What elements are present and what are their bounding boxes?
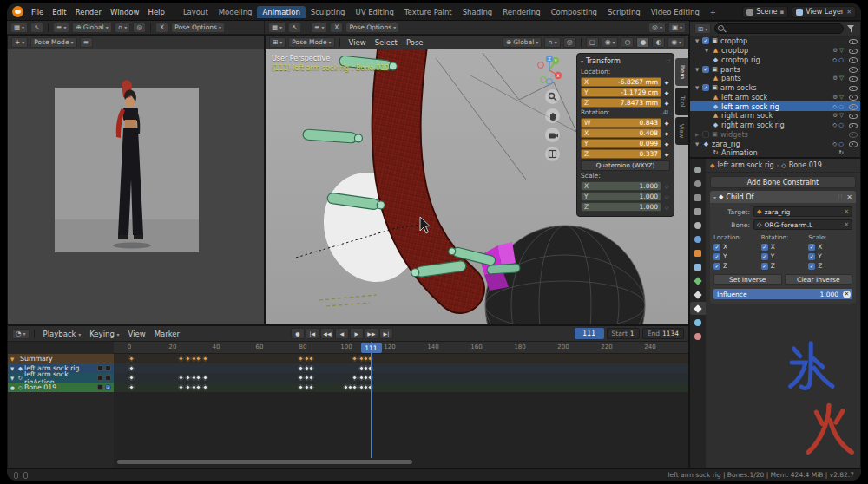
keyframe-decorator-icon[interactable]: ◆ [663, 100, 670, 106]
properties-tab-material[interactable] [690, 330, 706, 343]
constraint-rotation--y-checkbox[interactable]: ✓Y [761, 252, 806, 260]
properties-tab-scene[interactable] [690, 219, 706, 232]
workspace-tab-shading[interactable]: Shading [457, 6, 498, 18]
constraint-close-icon[interactable]: ✕ [846, 193, 852, 201]
transform-loc-z[interactable]: Z7.8473 mm [581, 98, 661, 108]
transform-rot-z[interactable]: Z0.337 [581, 149, 661, 159]
visibility-eye-icon[interactable] [848, 36, 858, 45]
main-viewport[interactable]: ⊞▾ Pose Mode▾ ViewSelectPose ⊕ Global▾ ∩… [265, 35, 689, 325]
camera-viewport[interactable]: +▾ Pose Mode▾ ≡ [7, 35, 265, 325]
bone-field[interactable]: ◇ ORG-forearm.L ✕ [753, 219, 852, 230]
workspace-tab-video-editing[interactable]: Video Editing [646, 6, 705, 18]
visibility-eye-icon[interactable] [848, 121, 858, 129]
keyframe-decorator-icon[interactable]: ◆ [663, 130, 670, 136]
orientation-dropdown[interactable]: ⊕ Global▾ [72, 23, 111, 33]
properties-tab-bone-constraint[interactable] [690, 302, 706, 315]
visibility-eye-icon[interactable] [848, 65, 858, 74]
properties-tab-output[interactable] [690, 191, 706, 204]
prev-keyframe-button[interactable]: ◀◀ [320, 328, 334, 339]
visibility-eye-icon[interactable] [848, 130, 858, 139]
keyframe-decorator-icon[interactable]: ◇ [663, 193, 670, 199]
viewport-menu-select[interactable]: Select [371, 37, 402, 48]
snap-magnet-icon[interactable]: ∩▾ [544, 37, 561, 48]
workspace-tab-layout[interactable]: Layout [178, 6, 214, 18]
transform-rot-y[interactable]: Y0.099 [581, 139, 661, 148]
disclosure-arrow-icon[interactable]: ▼ [10, 376, 16, 381]
transform-scale-y[interactable]: Y1.000 [581, 192, 661, 201]
zoom-button[interactable] [545, 89, 560, 104]
clear-keyframe-decorator[interactable]: ✕ [843, 291, 851, 298]
jump-start-button[interactable]: |◀ [306, 328, 319, 339]
channel-toggle-dot[interactable] [105, 375, 111, 381]
workspace-tab-scripting[interactable]: Scripting [602, 6, 646, 18]
transform-rot-x[interactable]: X0.408 [581, 128, 661, 138]
disclosure-arrow-icon[interactable]: ▶ [694, 132, 700, 137]
channel-bone-019[interactable]: ●◇Bone.019✓ [8, 383, 114, 392]
jump-end-button[interactable]: ▶| [379, 328, 393, 339]
disclosure-arrow-icon[interactable]: ▼ [10, 366, 16, 371]
timeline-ruler[interactable]: 020406080100120140160180200220240 [114, 342, 688, 354]
transform-loc-y[interactable]: Y-1.1729 cm [581, 88, 661, 97]
tool-options-icon[interactable]: ≡▾ [53, 23, 69, 33]
constraint-scale--z-checkbox[interactable]: ✓Z [808, 262, 852, 270]
properties-tab-bone[interactable] [690, 288, 706, 301]
sidebar-tab-item[interactable]: Item [675, 58, 688, 86]
active-tool-icon[interactable]: ↖ [30, 23, 43, 33]
play-button[interactable]: ▶ [350, 328, 364, 339]
set-inverse-button[interactable]: Set Inverse [713, 274, 782, 285]
menu-render[interactable]: Render [71, 7, 106, 17]
workspace-tab-animation[interactable]: Animation [257, 6, 305, 18]
editor-type-icon[interactable]: +▾ [11, 37, 28, 48]
left-viewport-scene[interactable] [8, 49, 264, 324]
channel-toggle-gear[interactable] [97, 384, 103, 390]
visibility-eye-icon[interactable] [848, 111, 858, 120]
shading-rendered-icon[interactable]: ◉▾ [667, 37, 685, 48]
orientation-dropdown[interactable]: ⊕ Global▾ [503, 37, 542, 48]
visibility-eye-icon[interactable] [848, 83, 858, 92]
visibility-eye-icon[interactable] [848, 46, 858, 55]
viewport-menu-view[interactable]: View [345, 37, 371, 48]
disclosure-arrow-icon[interactable]: ▼ [694, 141, 700, 147]
outliner-row-croptop-rig[interactable]: ◆croptop rig◇○ [690, 56, 860, 65]
outliner-row-arm-socks[interactable]: ▼✓▣arm socks [690, 83, 860, 93]
keyframe-decorator-icon[interactable]: ◆ [663, 120, 670, 126]
collapsed-menu-icon[interactable]: ≡ [80, 37, 93, 48]
collection-checkbox[interactable]: ✓ [702, 84, 709, 91]
editor-type-icon[interactable]: ▦▾ [10, 23, 28, 33]
visibility-eye-icon[interactable] [848, 102, 858, 111]
x-mirror-toggle[interactable]: X [155, 23, 168, 33]
view-layer-selector[interactable]: View Layer ✕ [792, 6, 856, 18]
workspace-tab-compositing[interactable]: Compositing [546, 6, 602, 18]
channel-toggle-check[interactable]: ✓ [105, 384, 111, 390]
keyframe-decorator-icon[interactable]: ◇ [663, 204, 670, 210]
active-tool-icon[interactable]: ↖ [288, 23, 301, 33]
camera-view-button[interactable] [545, 128, 560, 142]
disclosure-arrow-icon[interactable]: ▼ [694, 38, 700, 43]
properties-tab-object-data[interactable] [690, 274, 706, 287]
menu-help[interactable]: Help [143, 7, 168, 17]
properties-tab-constraints[interactable] [690, 260, 706, 273]
proportional-edit-icon[interactable]: ◎ [133, 23, 146, 33]
disclosure-arrow-icon[interactable]: ▼ [694, 85, 700, 90]
channel-left-arm-sock-rigaction[interactable]: ▼↻left arm sock rigAction [8, 373, 114, 383]
pose-options-dropdown[interactable]: Pose Options▾ [171, 23, 225, 33]
workspace-tab-sculpting[interactable]: Sculpting [306, 6, 351, 18]
view-layer-remove-button[interactable]: ✕ [846, 9, 852, 16]
gizmo-toggle-icon[interactable]: ▣▾ [668, 23, 686, 33]
x-mirror-toggle[interactable]: X [330, 23, 343, 33]
frame-end-field[interactable]: End1134 [642, 328, 684, 339]
navigation-gizmo[interactable]: X Y Z [534, 55, 565, 86]
snap-magnet-icon[interactable]: ∩▾ [115, 23, 131, 33]
properties-tab-view-layer[interactable] [690, 205, 706, 218]
mode-dropdown[interactable]: Pose Mode▾ [288, 37, 334, 48]
outliner-row-croptop[interactable]: ▼✓▣croptop [690, 36, 860, 46]
workspace-tab-rendering[interactable]: Rendering [497, 6, 545, 18]
constraint-rotation--x-checkbox[interactable]: ✓X [761, 243, 806, 251]
outliner-row-left-arm-sock-rig[interactable]: ◆left arm sock rig◇○ [690, 101, 860, 111]
keyframe-decorator-icon[interactable]: ◆ [663, 151, 670, 157]
clear-inverse-button[interactable]: Clear Inverse [785, 274, 853, 285]
panel-drag-dots[interactable]: ∷ [838, 193, 842, 200]
channel-toggle-dot[interactable] [105, 365, 111, 371]
outliner-row-left-arm-sock[interactable]: ▲left arm sock⚙▽ [690, 93, 860, 102]
panel-collapse-arrow[interactable]: ▾ [581, 58, 583, 64]
